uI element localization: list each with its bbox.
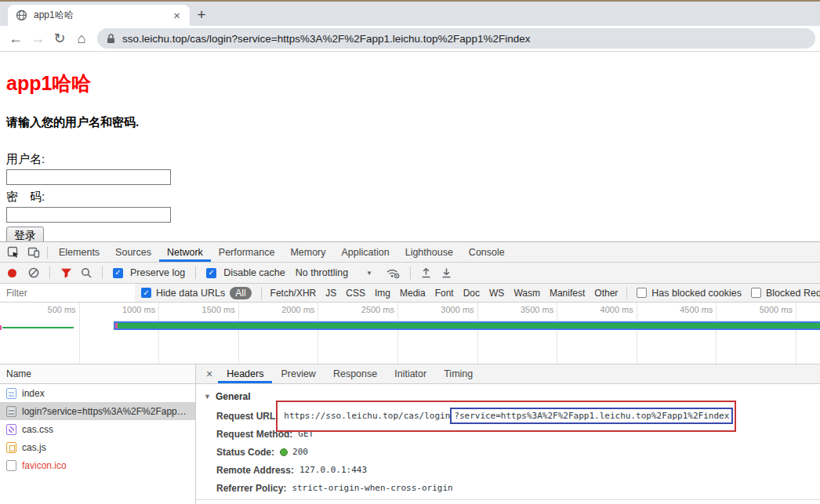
- address-bar[interactable]: sso.leichu.top/cas/login?service=https%3…: [97, 28, 815, 49]
- preserve-log-checkbox[interactable]: ✓: [113, 268, 123, 278]
- filter-funnel-icon[interactable]: [60, 268, 72, 278]
- network-conditions-icon[interactable]: [386, 267, 400, 278]
- import-har-icon[interactable]: [421, 267, 431, 278]
- blocked-requests-label[interactable]: Blocked Requests: [766, 288, 820, 299]
- divider: [102, 267, 103, 279]
- throttling-select[interactable]: No throttling: [296, 267, 348, 278]
- timeline-tick: 1000 ms: [80, 303, 160, 364]
- divider: [196, 499, 820, 500]
- document-icon: [6, 406, 16, 417]
- filter-type-media[interactable]: Media: [396, 288, 430, 299]
- filter-type-all[interactable]: All: [230, 287, 251, 299]
- devtools-panel: Elements Sources Network Performance Mem…: [0, 241, 820, 504]
- chevron-down-icon[interactable]: ▼: [366, 270, 372, 277]
- timeline-tick: 4000 ms: [557, 303, 637, 364]
- filter-type-img[interactable]: Img: [371, 288, 394, 299]
- lock-icon[interactable]: [107, 34, 115, 44]
- divider: [195, 267, 196, 279]
- has-blocked-cookies-checkbox[interactable]: [637, 288, 647, 298]
- devtools-tab-network[interactable]: Network: [159, 242, 211, 262]
- devtools-tab-sources[interactable]: Sources: [107, 242, 159, 262]
- reload-button[interactable]: ↻: [49, 27, 71, 49]
- request-details-panel: × Headers Preview Response Initiator Tim…: [196, 364, 820, 504]
- request-row-cas-css[interactable]: cas.css: [0, 420, 195, 438]
- request-url-value: https://sso.leichu.top/cas/login?service…: [284, 411, 733, 421]
- stylesheet-icon: [6, 424, 16, 435]
- page-title: app1哈哈: [6, 52, 820, 96]
- device-toolbar-icon[interactable]: [24, 243, 44, 262]
- tab-title: app1哈哈: [34, 9, 165, 22]
- browser-toolbar: ← → ↻ ⌂ sso.leichu.top/cas/login?service…: [0, 26, 820, 52]
- devtools-tabbar: Elements Sources Network Performance Mem…: [0, 242, 820, 263]
- devtools-tab-performance[interactable]: Performance: [211, 242, 283, 262]
- general-section-title: General: [216, 391, 251, 402]
- request-list-header[interactable]: Name: [0, 364, 195, 384]
- general-section-header[interactable]: ▼ General: [196, 384, 820, 402]
- browser-tab[interactable]: app1哈哈 ×: [8, 5, 190, 26]
- devtools-tab-application[interactable]: Application: [334, 242, 397, 262]
- login-instruction: 请输入您的用户名和密码.: [6, 115, 820, 130]
- export-har-icon[interactable]: [441, 267, 452, 278]
- close-details-icon[interactable]: ×: [201, 368, 218, 380]
- divider: [626, 287, 627, 299]
- filter-type-css[interactable]: CSS: [342, 288, 369, 299]
- home-button[interactable]: ⌂: [71, 27, 93, 49]
- record-icon[interactable]: [8, 269, 16, 277]
- page-content: app1哈哈 请输入您的用户名和密码. 用户名: 密 码: 登录: [0, 52, 820, 241]
- devtools-tab-elements[interactable]: Elements: [51, 242, 107, 262]
- filter-type-wasm[interactable]: Wasm: [510, 288, 544, 299]
- timeline-request-bar-main: [114, 321, 820, 330]
- browser-tabstrip: app1哈哈 × +: [0, 2, 820, 26]
- username-label: 用户名:: [6, 152, 820, 167]
- preserve-log-label[interactable]: Preserve log: [130, 267, 185, 278]
- details-tab-preview[interactable]: Preview: [272, 364, 324, 383]
- request-row-cas-js[interactable]: cas.js: [0, 438, 195, 456]
- filter-type-doc[interactable]: Doc: [459, 288, 484, 299]
- network-filter-bar: ✓ Hide data URLs All Fetch/XHR JS CSS Im…: [0, 284, 820, 303]
- url-text: sso.leichu.top/cas/login?service=https%3…: [122, 33, 530, 45]
- filter-type-js[interactable]: JS: [321, 288, 340, 299]
- inspect-element-icon[interactable]: [3, 243, 24, 262]
- back-button[interactable]: ←: [5, 27, 27, 49]
- status-ok-icon: [280, 448, 288, 456]
- request-row-login[interactable]: login?service=https%3A%2F%2Fapp1.l…: [0, 402, 195, 420]
- filter-type-ws[interactable]: WS: [485, 288, 508, 299]
- hide-data-urls-label[interactable]: Hide data URLs: [156, 288, 225, 299]
- document-icon: [6, 388, 16, 399]
- username-field[interactable]: [6, 169, 171, 185]
- network-main-area: Name index login?service=https%3A%2F%2Fa…: [0, 364, 820, 504]
- timeline-filler: [796, 303, 820, 364]
- filter-type-fetch-xhr[interactable]: Fetch/XHR: [267, 288, 321, 299]
- disable-cache-label[interactable]: Disable cache: [223, 267, 285, 278]
- field-remote-address: Remote Address: 127.0.0.1:443: [196, 461, 820, 479]
- service-param-highlight: ?service=https%3A%2F%2Fapp1.leichu.top%2…: [450, 408, 733, 424]
- forward-button[interactable]: →: [27, 27, 49, 49]
- details-tab-timing[interactable]: Timing: [435, 364, 481, 383]
- headers-pane: ▼ General Request URL: https://sso.leich…: [196, 384, 820, 504]
- triangle-down-icon: ▼: [204, 393, 211, 401]
- disable-cache-checkbox[interactable]: ✓: [206, 268, 216, 278]
- hide-data-urls-checkbox[interactable]: ✓: [141, 288, 151, 298]
- filter-input[interactable]: [0, 284, 135, 302]
- request-row-index[interactable]: index: [0, 384, 195, 402]
- timeline-tick: 1500 ms: [159, 303, 239, 364]
- new-tab-button[interactable]: +: [190, 4, 213, 26]
- login-button[interactable]: 登录: [6, 227, 44, 241]
- details-tab-headers[interactable]: Headers: [218, 364, 272, 383]
- timeline-request-bar-first: [2, 327, 74, 328]
- details-tab-initiator[interactable]: Initiator: [386, 364, 435, 383]
- devtools-tab-memory[interactable]: Memory: [282, 242, 333, 262]
- search-icon[interactable]: [81, 267, 92, 278]
- devtools-tab-lighthouse[interactable]: Lighthouse: [397, 242, 461, 262]
- blocked-requests-checkbox[interactable]: [751, 288, 761, 298]
- password-field[interactable]: [6, 207, 171, 223]
- filter-type-manifest[interactable]: Manifest: [546, 288, 589, 299]
- clear-icon[interactable]: [28, 267, 39, 278]
- filter-type-font[interactable]: Font: [431, 288, 458, 299]
- tab-close-icon[interactable]: ×: [172, 9, 182, 21]
- filter-type-other[interactable]: Other: [590, 288, 622, 299]
- request-row-favicon[interactable]: favicon.ico: [0, 456, 195, 474]
- details-tab-response[interactable]: Response: [325, 364, 386, 383]
- has-blocked-cookies-label[interactable]: Has blocked cookies: [651, 288, 742, 299]
- devtools-tab-console[interactable]: Console: [461, 242, 513, 262]
